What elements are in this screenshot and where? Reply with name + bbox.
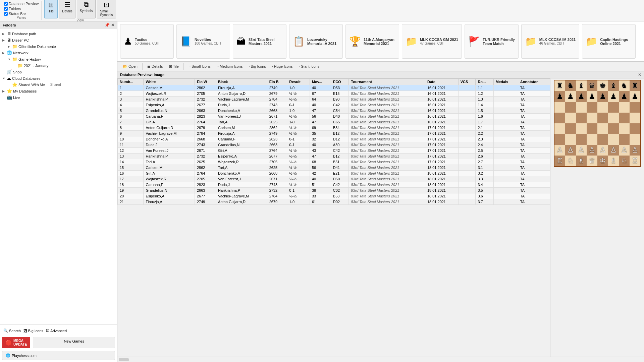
db-tile-caplin[interactable]: 📁 Caplin Hastings Online 2021 (582, 24, 636, 59)
table-row[interactable]: 2Wojtaszek,R2705Anton Guijarro,D2679½-½6… (118, 91, 550, 97)
chess-square[interactable]: ♙ (619, 145, 630, 156)
chess-square[interactable]: ♖ (554, 156, 565, 166)
chess-square[interactable] (565, 102, 576, 113)
chess-square[interactable]: ♖ (630, 156, 640, 166)
chess-square[interactable] (587, 102, 597, 113)
chess-square[interactable] (608, 123, 619, 134)
scrollbar-thumb[interactable] (119, 358, 129, 361)
symbols-view-button[interactable]: ⧉ Symbols (77, 0, 96, 18)
chess-square[interactable] (597, 134, 608, 145)
tile-button[interactable]: ⊞ Tile (166, 63, 181, 70)
tree-item-live[interactable]: 📺 Live (0, 94, 117, 101)
chess-square[interactable]: ♘ (619, 156, 630, 166)
tree-item-database-path[interactable]: ▶ 🖥 Database path (0, 31, 117, 37)
db-tile-tactics[interactable]: ♟ Tactics 50 Games, CBH (120, 24, 174, 59)
search-button[interactable]: 🔍 Search (3, 328, 21, 333)
chess-square[interactable]: ♙ (576, 145, 587, 156)
db-tile-tur-ukr[interactable]: 🚩 TUR-UKR Friendly Team Match (465, 24, 519, 59)
open-button[interactable]: 📂 Open (120, 63, 140, 70)
col-date[interactable]: Date (425, 79, 458, 85)
table-row[interactable]: 11Duda,J2743Grandelius,N26630-140A3083rd… (118, 142, 550, 148)
details-view-button[interactable]: ☰ Details (59, 0, 75, 18)
col-annotator[interactable]: Annotator (518, 79, 550, 85)
huge-icons-button[interactable]: · Huge Icons (269, 63, 296, 69)
advanced-checkbox[interactable]: ☑ Advanced (46, 328, 67, 333)
chess-square[interactable]: ♛ (587, 80, 597, 91)
chess-square[interactable] (587, 113, 597, 123)
table-row[interactable]: 6Caruana,F2823Van Foreest,J2671½-½56D408… (118, 114, 550, 119)
db-tile-margaryan[interactable]: 🏆 11th A.Margaryan Memorial 2021 (345, 24, 399, 59)
chess-square[interactable] (587, 123, 597, 134)
small-symbols-view-button[interactable]: ⊡ Small Symbols (97, 0, 116, 18)
playchess-button[interactable]: 🌐 Playchess.com (2, 351, 115, 360)
db-tile-mlk-gm[interactable]: 📁 MLK CCCSA GM 2021 47 Games, CBH (402, 24, 462, 59)
chess-square[interactable]: ♟ (630, 91, 640, 102)
giant-icons-button[interactable]: · Giant Icons (296, 63, 322, 69)
col-moves[interactable]: Mov... (310, 79, 331, 85)
table-row[interactable]: 4Esipenko,A2677Duda,J27430-140C4283rd Ta… (118, 102, 550, 108)
big-icons-button[interactable]: 🖼 Big Icons (23, 329, 43, 333)
chess-square[interactable] (597, 123, 608, 134)
details-button[interactable]: ☰ Details (145, 63, 166, 70)
chess-square[interactable]: ♞ (565, 80, 576, 91)
tree-item-my-databases[interactable]: ▶ ⭐ My Databases (0, 88, 117, 94)
chess-square[interactable] (619, 134, 630, 145)
big-icons-db-button[interactable]: · Big Icons (246, 63, 268, 69)
table-row[interactable]: 1Carlsen,M2862Firouzja,A27491-040D5383rd… (118, 85, 550, 91)
sidebar-pin-button[interactable]: 📌 (105, 23, 110, 27)
col-vcs[interactable]: VCS (458, 79, 476, 85)
chess-square[interactable] (608, 113, 619, 123)
preview-close-button[interactable]: ✕ (638, 72, 641, 77)
chess-square[interactable] (565, 134, 576, 145)
table-row[interactable]: 16Giri,A2764Donchenko,A2668½-½42E2183rd … (118, 171, 550, 176)
table-row[interactable]: 10Donchenko,A2668Caruana,F28230-132D1283… (118, 136, 550, 142)
table-row[interactable]: 14Tari,A2625Wojtaszek,R2705½-½68B5183rd … (118, 159, 550, 165)
chess-square[interactable]: ♟ (554, 91, 565, 102)
table-row[interactable]: 3Harikrishna,P2732Vachier-Lagrave,M2784½… (118, 97, 550, 102)
chess-square[interactable] (554, 102, 565, 113)
game-table-container[interactable]: Numb... White Elo W Black Elo B Result M… (117, 78, 550, 357)
table-row[interactable]: 21Firouzja,A2749Anton Guijarro,D26791-06… (118, 199, 550, 205)
chess-square[interactable] (576, 123, 587, 134)
chess-square[interactable]: ♞ (619, 80, 630, 91)
db-tile-novelties[interactable]: 📘 Novelties 100 Games, CBH (176, 24, 230, 59)
small-icons-button[interactable]: ·· Small Icons (186, 63, 213, 69)
table-row[interactable]: 19Grandelius,N2663Harikrishna,P27320-138… (118, 188, 550, 193)
tree-item-offentliche[interactable]: ▶ 📁 Öffentliche Dokumente (0, 43, 117, 50)
chess-square[interactable] (554, 134, 565, 145)
chess-square[interactable] (576, 113, 587, 123)
col-elo-b[interactable]: Elo B (267, 79, 287, 85)
table-row[interactable]: 15Carlsen,M2862Tari,A2625½-½56D4183rd Ta… (118, 165, 550, 171)
chess-square[interactable] (630, 123, 640, 134)
table-row[interactable]: 13Harikrishna,P2732Esipenko,A2677½-½47B1… (118, 154, 550, 159)
chess-square[interactable] (587, 134, 597, 145)
db-tile-lozovatsky[interactable]: 📋 Lozovatsky Memorial-A 2021 (289, 24, 343, 59)
col-black[interactable]: Black (216, 79, 267, 85)
col-white[interactable]: White (144, 79, 195, 85)
db-tile-mlk-im[interactable]: 📁 MLK CCCSA IM 2021 46 Games, CBH (521, 24, 579, 59)
chess-square[interactable]: ♕ (587, 156, 597, 166)
chess-square[interactable]: ♙ (554, 145, 565, 156)
chess-square[interactable]: ♗ (608, 156, 619, 166)
table-row[interactable]: 12Van Foreest,J2671Giri,A2764½-½43C4283r… (118, 148, 550, 154)
db-tile-tata-steel[interactable]: 🏔 83rd Tata Steel Masters 2021 (233, 24, 286, 59)
tree-item-netzwerk[interactable]: ▶ 🌐 Netzwerk (0, 50, 117, 56)
chess-square[interactable] (608, 134, 619, 145)
chess-square[interactable]: ♙ (608, 145, 619, 156)
col-number[interactable]: Numb... (118, 79, 144, 85)
table-row[interactable]: 17Wojtaszek,R2705Van Foreest,J2671½-½40D… (118, 176, 550, 182)
chess-square[interactable] (619, 123, 630, 134)
tree-item-game-history[interactable]: ▼ 📁 Game History (0, 56, 117, 62)
chess-square[interactable]: ♜ (630, 80, 640, 91)
col-result[interactable]: Result (287, 79, 310, 85)
col-elo-w[interactable]: Elo W (195, 79, 216, 85)
table-row[interactable]: 18Caruana,F2823Duda,J2743½-½51C4283rd Ta… (118, 182, 550, 188)
status-bar-check[interactable]: Status Bar (4, 12, 39, 16)
chess-square[interactable] (565, 123, 576, 134)
bottom-scrollbar[interactable] (117, 357, 644, 362)
table-row[interactable]: 20Esipenko,A2677Vachier-Lagrave,M2784½-½… (118, 193, 550, 199)
chess-square[interactable]: ♙ (565, 145, 576, 156)
chess-square[interactable]: ♗ (576, 156, 587, 166)
medium-icons-button[interactable]: ·· Medium Icons (214, 63, 246, 69)
chess-square[interactable]: ♟ (619, 91, 630, 102)
